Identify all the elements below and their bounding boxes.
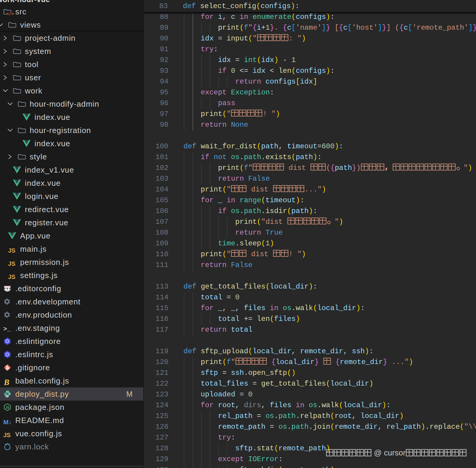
svg-text:JS: JS: [5, 406, 9, 409]
